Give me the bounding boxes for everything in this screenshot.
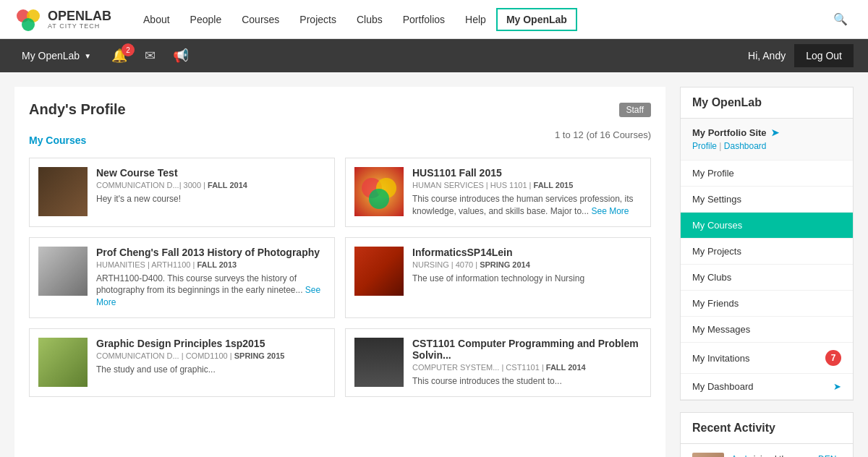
portfolio-section: My Portfolio Site ➤ Profile | Dashboard (681, 119, 853, 161)
nav-right: 🔍 (827, 7, 854, 32)
course-image (354, 167, 404, 216)
course-desc: The use of information technology in Nur… (412, 273, 642, 285)
nav-courses[interactable]: Courses (231, 8, 289, 31)
sidebar-item-label: My Friends (692, 298, 739, 309)
course-info: InformaticsSP14Lein NURSING | 4070 | SPR… (412, 247, 642, 296)
profile-header: Andy's Profile Staff (29, 101, 651, 118)
portfolio-label: My Portfolio Site ➤ (692, 127, 841, 138)
course-image (38, 338, 88, 387)
course-desc: Hey it's a new course! (96, 193, 326, 205)
portfolio-links: Profile | Dashboard (692, 138, 841, 151)
nav-projects[interactable]: Projects (289, 8, 346, 31)
course-meta: COMMUNICATION D...| 3000 | FALL 2014 (96, 181, 326, 189)
notifications-icon[interactable]: 🔔 2 (106, 45, 133, 67)
secondary-nav-right: Hi, Andy Log Out (748, 44, 854, 67)
sidebar-item-my-invitations[interactable]: My Invitations 7 (681, 343, 853, 374)
left-column: Andy's Profile Staff My Courses 1 to 12 … (14, 87, 665, 457)
course-info: HUS1101 Fall 2015 HUMAN SERVICES | HUS 1… (412, 167, 642, 218)
courses-grid: New Course Test COMMUNICATION D...| 3000… (29, 158, 651, 397)
course-meta: COMPUTER SYSTEM... | CST1101 | FALL 2014 (412, 363, 642, 372)
my-openlab-dropdown-button[interactable]: My OpenLab ▼ (14, 44, 98, 67)
announcements-icon[interactable]: 📢 (167, 45, 195, 67)
logout-button[interactable]: Log Out (794, 44, 854, 67)
logo-text: OPENLAB AT CITY TECH (48, 9, 111, 30)
courses-header-row: My Courses 1 to 12 (of 16 Courses) (29, 129, 651, 150)
activity-text: Andy joined the group DEN 2315 Summer 20… (731, 453, 841, 457)
course-name[interactable]: Graphic Design Principles 1sp2015 (96, 338, 326, 349)
see-more-link[interactable]: See More (96, 285, 320, 307)
sidebar-item-my-projects[interactable]: My Projects (681, 239, 853, 265)
nav-about[interactable]: About (133, 8, 180, 31)
course-info: Prof Cheng's Fall 2013 History of Photog… (96, 247, 326, 309)
my-courses-link[interactable]: My Courses (29, 134, 86, 146)
nav-links: About People Courses Projects Clubs Port… (133, 8, 827, 31)
nav-myopenlab[interactable]: My OpenLab (496, 8, 577, 31)
my-openlab-label: My OpenLab (22, 50, 80, 61)
course-card: New Course Test COMMUNICATION D...| 3000… (29, 158, 335, 227)
sidebar-item-my-clubs[interactable]: My Clubs (681, 265, 853, 291)
recent-activity-title: Recent Activity (681, 413, 853, 444)
sidebar-item-my-dashboard[interactable]: My Dashboard ➤ (681, 374, 853, 400)
portfolio-dashboard-link[interactable]: Dashboard (724, 141, 767, 151)
course-meta: HUMAN SERVICES | HUS 1101 | FALL 2015 (412, 181, 642, 189)
courses-count: 1 to 12 (of 16 Courses) (555, 129, 651, 140)
sidebar-title: My OpenLab (681, 87, 853, 119)
search-button[interactable]: 🔍 (827, 7, 854, 32)
course-name[interactable]: HUS1101 Fall 2015 (412, 167, 642, 179)
secondary-nav-icons: 🔔 2 ✉ 📢 (106, 45, 195, 67)
course-desc: This course introduces the student to... (412, 375, 642, 388)
sidebar-item-label: My Messages (692, 324, 750, 335)
right-sidebar: My OpenLab My Portfolio Site ➤ Profile |… (680, 87, 854, 457)
course-card: HUS1101 Fall 2015 HUMAN SERVICES | HUS 1… (345, 158, 651, 227)
course-info: New Course Test COMMUNICATION D...| 3000… (96, 167, 326, 216)
course-meta: HUMANITIES | ARTH1100 | FALL 2013 (96, 260, 326, 269)
logo-citytech-text: AT CITY TECH (48, 22, 111, 30)
sidebar-item-label: My Dashboard (692, 381, 754, 392)
see-more-link[interactable]: See More (591, 206, 629, 216)
course-card: InformaticsSP14Lein NURSING | 4070 | SPR… (345, 237, 651, 318)
nav-clubs[interactable]: Clubs (346, 8, 393, 31)
my-openlab-sidebar: My OpenLab My Portfolio Site ➤ Profile |… (680, 87, 854, 401)
sidebar-item-my-profile[interactable]: My Profile (681, 161, 853, 187)
nav-portfolios[interactable]: Portfolios (393, 8, 455, 31)
course-info: Graphic Design Principles 1sp2015 COMMUN… (96, 338, 326, 387)
main-content: Andy's Profile Staff My Courses 1 to 12 … (0, 72, 868, 457)
course-name[interactable]: CST1101 Computer Programming and Problem… (412, 338, 642, 361)
activity-user-link[interactable]: Andy (731, 454, 751, 457)
profile-title: Andy's Profile (29, 101, 126, 118)
staff-badge: Staff (619, 103, 651, 117)
course-name[interactable]: Prof Cheng's Fall 2013 History of Photog… (96, 247, 326, 258)
course-image (38, 167, 88, 216)
course-desc: The study and use of graphic... (96, 364, 326, 376)
messages-icon[interactable]: ✉ (139, 45, 161, 67)
sidebar-item-label: My Profile (692, 168, 734, 179)
portfolio-profile-link[interactable]: Profile (692, 141, 717, 151)
activity-avatar (692, 453, 724, 457)
sidebar-item-my-messages[interactable]: My Messages (681, 317, 853, 343)
course-card: Prof Cheng's Fall 2013 History of Photog… (29, 237, 335, 318)
nav-help[interactable]: Help (455, 8, 496, 31)
course-desc: This course introduces the human service… (412, 193, 642, 218)
course-name[interactable]: New Course Test (96, 167, 326, 179)
course-name[interactable]: InformaticsSP14Lein (412, 247, 642, 258)
sidebar-item-label: My Clubs (692, 272, 731, 283)
sidebar-item-my-settings[interactable]: My Settings (681, 187, 853, 213)
dropdown-arrow-icon: ▼ (84, 52, 91, 60)
course-image (354, 247, 404, 296)
sidebar-item-label: My Projects (692, 246, 741, 257)
course-desc: ARTH1100-D400. This course surveys the h… (96, 273, 326, 309)
sidebar-item-my-friends[interactable]: My Friends (681, 291, 853, 317)
course-meta: COMMUNICATION D... | COMD1100 | SPRING 2… (96, 351, 326, 360)
course-image (38, 247, 88, 296)
course-meta: NURSING | 4070 | SPRING 2014 (412, 260, 642, 269)
course-image (354, 338, 404, 387)
portfolio-arrow-icon: ➤ (771, 127, 779, 138)
logo[interactable]: OPENLAB AT CITY TECH (14, 6, 111, 33)
hi-user-text: Hi, Andy (748, 50, 786, 61)
nav-people[interactable]: People (180, 8, 232, 31)
logo-icon (14, 6, 42, 33)
portfolio-site-text: My Portfolio Site (692, 127, 767, 138)
invitations-badge: 7 (825, 350, 841, 366)
sidebar-item-my-courses[interactable]: My Courses (681, 213, 853, 239)
recent-activity-section: Recent Activity Andy joined the group DE… (680, 412, 854, 457)
